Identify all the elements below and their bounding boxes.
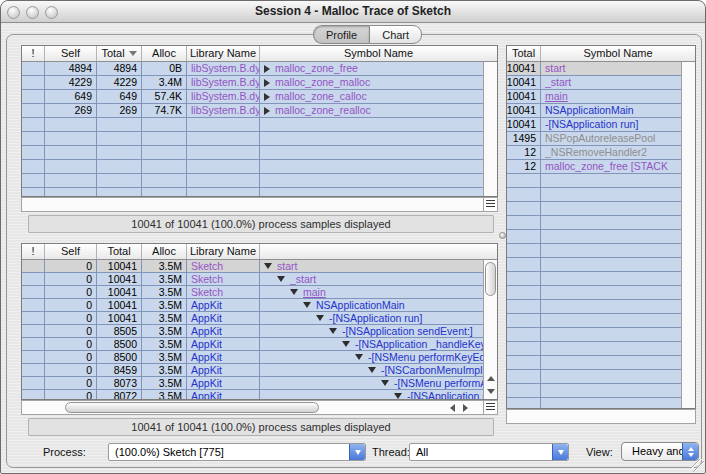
empty-table-row[interactable] — [507, 384, 681, 398]
empty-table-row[interactable] — [507, 188, 681, 202]
horizontal-scrollbar[interactable] — [21, 400, 498, 415]
column-header-symbol-name[interactable]: Symbol Name — [541, 46, 695, 61]
empty-table-row[interactable] — [22, 132, 483, 146]
title-bar[interactable]: Session 4 - Malloc Trace of Sketch — [1, 1, 705, 23]
column-header-self[interactable]: Self — [45, 46, 97, 61]
horizontal-scrollbar[interactable] — [506, 409, 696, 424]
popup-arrows-button[interactable] — [682, 443, 698, 460]
disclosure-triangle-icon[interactable] — [342, 341, 350, 347]
table-row[interactable]: 085003.5MAppKit-[NSMenu performKeyEquiva… — [22, 351, 483, 364]
vertical-scrollbar[interactable] — [483, 260, 497, 399]
column-options-button[interactable] — [483, 198, 497, 211]
disclosure-triangle-icon[interactable] — [329, 328, 337, 334]
tab-profile[interactable]: Profile — [313, 25, 369, 44]
empty-table-row[interactable] — [22, 188, 483, 196]
table-row[interactable]: 422942293.4MlibSystem.B.dylibmalloc_zone… — [22, 76, 483, 90]
table-row[interactable]: 0100413.5MAppKit-[NSApplication run] — [22, 312, 483, 325]
scrollbar-thumb[interactable] — [485, 262, 496, 296]
empty-table-row[interactable] — [507, 216, 681, 230]
process-dropdown-button[interactable] — [349, 444, 365, 460]
table-row[interactable]: 084593.5MAppKit-[NSCarbonMenuImpl perfor… — [22, 364, 483, 377]
column-header-total[interactable]: Total — [97, 46, 142, 61]
tab-chart[interactable]: Chart — [369, 25, 422, 44]
table-row[interactable]: 10041NSApplicationMain — [507, 104, 681, 118]
empty-table-row[interactable] — [507, 258, 681, 272]
disclosure-triangle-icon[interactable] — [277, 276, 285, 282]
vertical-scrollbar[interactable] — [681, 62, 695, 408]
table-row[interactable]: 085053.5MAppKit-[NSApplication sendEvent… — [22, 325, 483, 338]
disclosure-triangle-icon[interactable] — [264, 93, 270, 101]
disclosure-triangle-icon[interactable] — [316, 315, 324, 321]
table-row[interactable]: 0100413.5MSketchstart — [22, 260, 483, 273]
empty-table-row[interactable] — [22, 174, 483, 188]
column-header-library-name[interactable]: Library Name — [187, 244, 260, 259]
column-header-alloc[interactable]: Alloc — [142, 244, 187, 259]
table-row[interactable]: 10041main — [507, 90, 681, 104]
disclosure-triangle-icon[interactable] — [264, 65, 270, 73]
empty-table-row[interactable] — [507, 202, 681, 216]
thread-dropdown-button[interactable] — [552, 444, 568, 460]
disclosure-triangle-icon[interactable] — [264, 263, 272, 269]
scroll-left-button[interactable] — [446, 401, 459, 414]
empty-table-row[interactable] — [507, 300, 681, 314]
table-row[interactable]: 10041start — [507, 62, 681, 76]
empty-table-row[interactable] — [507, 286, 681, 300]
vertical-scrollbar[interactable] — [483, 62, 497, 196]
scroll-up-button[interactable] — [484, 372, 497, 385]
table-row[interactable]: 0100413.5MSketch_start — [22, 273, 483, 286]
table-row[interactable]: 1495NSPopAutoreleasePool — [507, 132, 681, 146]
empty-table-row[interactable] — [507, 356, 681, 370]
empty-table-row[interactable] — [507, 342, 681, 356]
empty-table-row[interactable] — [507, 174, 681, 188]
disclosure-triangle-icon[interactable] — [355, 354, 363, 360]
horizontal-scrollbar[interactable] — [21, 197, 498, 212]
disclosure-triangle-icon[interactable] — [381, 380, 389, 386]
column-header-total[interactable]: Total — [97, 244, 142, 259]
column-header-blank[interactable] — [260, 244, 497, 259]
table-row[interactable]: 080723.5MAppKit-[NSApplication sendActio… — [22, 390, 483, 399]
scroll-right-button[interactable] — [459, 401, 472, 414]
column-header-alloc[interactable]: Alloc — [142, 46, 187, 61]
disclosure-triangle-icon[interactable] — [264, 79, 270, 87]
empty-table-row[interactable] — [507, 272, 681, 286]
thread-combo[interactable]: All — [409, 443, 569, 461]
table-row[interactable]: 64964957.4KlibSystem.B.dylibmalloc_zone_… — [22, 90, 483, 104]
disclosure-triangle-icon[interactable] — [264, 107, 270, 115]
resize-grip[interactable] — [691, 459, 704, 472]
scrollbar-thumb[interactable] — [65, 402, 319, 413]
empty-table-row[interactable] — [507, 328, 681, 342]
disclosure-triangle-icon[interactable] — [394, 393, 402, 399]
column-header-blank[interactable]: ! — [22, 244, 45, 259]
empty-table-row[interactable] — [22, 160, 483, 174]
disclosure-triangle-icon[interactable] — [368, 367, 376, 373]
table-row[interactable]: 12malloc_zone_free [STACK — [507, 160, 681, 174]
empty-table-row[interactable] — [507, 230, 681, 244]
empty-table-row[interactable] — [507, 314, 681, 328]
table-row[interactable]: 10041_start — [507, 76, 681, 90]
table-row[interactable]: 085003.5MAppKit-[NSApplication _handleKe… — [22, 338, 483, 351]
table-row[interactable]: 489448940BlibSystem.B.dylibmalloc_zone_f… — [22, 62, 483, 76]
disclosure-triangle-icon[interactable] — [303, 302, 311, 308]
column-header-library-name[interactable]: Library Name — [187, 46, 260, 61]
column-header-self[interactable]: Self — [45, 244, 97, 259]
empty-table-row[interactable] — [507, 244, 681, 258]
table-row[interactable]: 0100413.5MAppKitNSApplicationMain — [22, 299, 483, 312]
process-combo[interactable]: (100.0%) Sketch [775] — [108, 443, 366, 461]
table-row[interactable]: 12_NSRemoveHandler2 — [507, 146, 681, 160]
empty-table-row[interactable] — [22, 146, 483, 160]
column-header-blank[interactable]: ! — [22, 46, 45, 61]
scroll-down-button[interactable] — [484, 385, 497, 398]
column-options-button[interactable] — [483, 401, 497, 414]
table-row[interactable]: 10041-[NSApplication run] — [507, 118, 681, 132]
column-header-total[interactable]: Total — [507, 46, 541, 61]
table-row[interactable]: 080733.5MAppKit-[NSMenu performActionFor… — [22, 377, 483, 390]
empty-table-row[interactable] — [507, 370, 681, 384]
table-row[interactable]: 26926974.7KlibSystem.B.dylibmalloc_zone_… — [22, 104, 483, 118]
disclosure-triangle-icon[interactable] — [290, 289, 298, 295]
empty-table-row[interactable] — [22, 118, 483, 132]
empty-table-row[interactable] — [507, 398, 681, 408]
column-header-symbol-name[interactable]: Symbol Name — [260, 46, 497, 61]
table-row[interactable]: 0100413.5MSketchmain — [22, 286, 483, 299]
splitter-handle[interactable] — [499, 232, 506, 239]
view-popup[interactable]: Heavy and Tree — [621, 442, 699, 461]
